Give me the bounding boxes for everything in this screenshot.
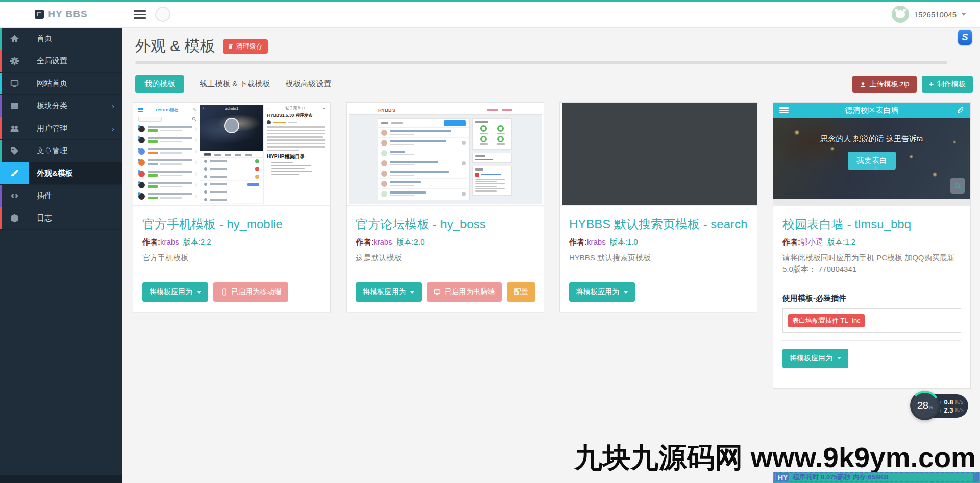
tag-icon <box>0 140 29 162</box>
caret-down-icon <box>197 291 201 294</box>
thumb-profile-row <box>200 158 263 165</box>
template-thumbnail <box>560 103 757 206</box>
template-card-hy-boss: HYBBS <box>346 102 544 312</box>
thumb-profile-row <box>200 173 263 181</box>
stripe <box>0 73 2 94</box>
thumb-profile-row <box>200 165 263 173</box>
chevron-down-icon <box>962 13 966 16</box>
upload-icon <box>860 81 866 88</box>
status-text: 程序耗时 0.075毫秒 内存:658KB <box>792 473 889 482</box>
thumb-topic-row <box>378 179 469 189</box>
percent-gauge[interactable]: 28 % <box>910 391 940 420</box>
sidebar-item-site-home[interactable]: 网站首页 <box>0 73 122 95</box>
list-icon <box>0 95 29 117</box>
create-template-button[interactable]: + 制作模板 <box>922 76 973 93</box>
trash-icon <box>228 43 234 50</box>
sidebar-item-global-settings[interactable]: 全局设置 <box>0 50 122 73</box>
header-divider <box>135 61 947 64</box>
pen-icon <box>956 106 964 116</box>
avatar-placeholder <box>155 7 170 22</box>
tab-online-templates[interactable]: 线上模板 & 下载模板 <box>200 79 270 89</box>
thumb-topic-row <box>135 190 200 202</box>
download-rate: ↓ 2.3 K/s <box>939 407 968 414</box>
browser-extension-badge[interactable]: S <box>958 30 972 45</box>
template-card-tlmsu-bbq: 德清校区表白墙 思念的人 想说的话 这里告诉ta 我要表白 校园表白墙 - tl… <box>773 102 971 389</box>
stripe <box>0 50 2 72</box>
config-button[interactable]: 配置 <box>507 282 535 302</box>
template-cards: HYBBS轻社.. ✎ <box>133 102 971 389</box>
sidebar-item-logs[interactable]: 日志 <box>0 207 122 230</box>
template-card-hy-moblie: HYBBS轻社.. ✎ <box>133 102 331 312</box>
brand-logo-icon <box>35 10 44 19</box>
required-plugins-box: 表白墙配置插件 TL_inc <box>782 308 961 333</box>
search-button <box>950 178 965 194</box>
thumb-topic-row <box>135 146 200 157</box>
tab-my-templates[interactable]: 我的模板 <box>135 75 184 93</box>
watermark-text: 九块九源码网 www.9k9ym.com <box>575 439 976 477</box>
thumb-topic-list <box>378 118 470 200</box>
tab-advanced-settings[interactable]: 模板高级设置 <box>285 79 331 89</box>
apply-template-button[interactable]: 将模板应用为 <box>569 282 635 302</box>
enabled-desktop-button[interactable]: 已启用为电脑端 <box>427 282 502 302</box>
template-title[interactable]: 校园表白墙 - tlmsu_bbq <box>782 216 961 232</box>
template-description: 官方手机模板 <box>142 252 321 263</box>
search-icon <box>192 117 197 122</box>
thumb-photo: 思念的人 想说的话 这里告诉ta 我要表白 <box>773 118 970 199</box>
phone-icon <box>220 288 228 296</box>
chevron-right-icon: › <box>112 117 114 139</box>
template-meta: 作者:krabs版本:1.0 <box>569 237 748 247</box>
search-icon <box>954 182 962 190</box>
template-title[interactable]: HYBBS 默认搜索页模板 - search <box>569 216 748 232</box>
top-navbar: HY BBS 1526510045 <box>0 2 980 28</box>
apply-template-button[interactable]: 将模板应用为 <box>142 282 208 302</box>
home-icon <box>0 28 29 50</box>
template-meta: 作者:krabs版本:2.0 <box>356 237 534 247</box>
user-menu[interactable]: 1526510045 <box>892 2 966 27</box>
user-avatar <box>892 6 909 23</box>
thumb-forum-list: HYBBS轻社.. ✎ <box>135 105 200 204</box>
brand[interactable]: HY BBS <box>0 2 122 27</box>
apply-template-button[interactable]: 将模板应用为 <box>356 282 422 302</box>
upload-template-button[interactable]: 上传模板.zip <box>852 76 917 93</box>
plugin-tag[interactable]: 表白墙配置插件 TL_inc <box>788 314 865 327</box>
apply-template-button[interactable]: 将模板应用为 <box>782 349 848 368</box>
enabled-mobile-button[interactable]: 已启用为移动端 <box>213 282 288 302</box>
required-plugins-label: 使用模板-必装插件 <box>782 294 961 303</box>
main-content: 外观 & 模板 清理缓存 我的模板 线上模板 & 下载模板 模板高级设置 上传模… <box>122 28 980 483</box>
sidebar-item-board-categories[interactable]: 板块分类 › <box>0 95 122 117</box>
template-thumbnail: HYBBS轻社.. ✎ <box>133 103 330 206</box>
sidebar-item-plugins[interactable]: 插件 <box>0 185 122 207</box>
template-card-search: HYBBS 默认搜索页模板 - search 作者:krabs版本:1.0 HY… <box>559 102 757 312</box>
thumb-topic-row <box>378 138 469 148</box>
thumb-topic-row <box>378 128 469 138</box>
upload-rate: ↑ 0.8 K/s <box>939 399 968 405</box>
thumb-topic-row <box>135 157 200 168</box>
template-description: HYBBS 默认搜索页模板 <box>569 252 748 263</box>
template-title[interactable]: 官方论坛模板 - hy_boss <box>356 216 534 232</box>
arrow-down-icon: ↓ <box>939 407 942 413</box>
sidebar-item-article-management[interactable]: 文章管理 <box>0 140 122 162</box>
sidebar-item-user-management[interactable]: 用户管理 › <box>0 117 122 140</box>
brush-icon <box>0 162 29 184</box>
stripe <box>0 207 2 229</box>
clear-cache-button[interactable]: 清理缓存 <box>223 39 268 54</box>
brand-title: HY BBS <box>48 9 87 20</box>
caret-down-icon <box>837 357 841 359</box>
thumb-topic-row <box>378 168 469 179</box>
template-thumbnail: HYBBS <box>347 103 544 206</box>
thumb-sidebar <box>472 118 512 199</box>
menu-icon <box>138 108 143 112</box>
sidebar-item-appearance-templates[interactable]: 外观&模板 <box>0 162 122 185</box>
template-meta: 作者:krabs版本:2.2 <box>142 237 321 247</box>
thumb-profile-row <box>200 181 263 188</box>
top-accent-line <box>0 0 980 2</box>
sidebar-toggle-icon[interactable] <box>134 10 146 19</box>
new-post-button <box>444 120 466 126</box>
template-description: 这是默认模板 <box>356 252 534 263</box>
sidebar-item-home[interactable]: 首页 <box>0 28 122 50</box>
caret-down-icon <box>410 291 414 294</box>
template-title[interactable]: 官方手机模板 - hy_moblie <box>142 216 321 232</box>
sidebar-footer <box>0 475 122 483</box>
sidebar: 首页 全局设置 网站首页 板块分类 › 用户管理 › 文章管理 外观&模板 插件 <box>0 28 122 483</box>
thumb-profile-row <box>200 196 263 204</box>
